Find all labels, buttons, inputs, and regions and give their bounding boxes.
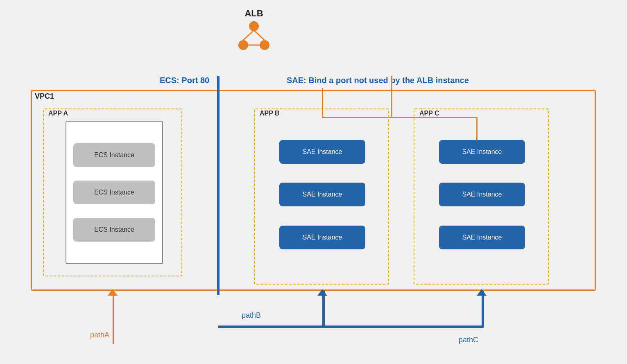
diagram-container: ALB ECS: Port 80 SAE: Bind a port not us… <box>0 0 627 364</box>
svg-point-2 <box>260 40 269 50</box>
path-c-horizontal <box>322 326 483 328</box>
path-b-vertical <box>322 291 325 328</box>
svg-line-4 <box>254 30 265 40</box>
sae-instance-b-3: SAE Instance <box>279 226 365 249</box>
svg-point-0 <box>249 21 259 31</box>
app-c-label: APP C <box>419 110 439 117</box>
svg-point-1 <box>238 40 248 50</box>
sae-instance-c-2: SAE Instance <box>439 183 525 206</box>
svg-line-3 <box>243 30 254 40</box>
sae-header-label: SAE: Bind a port not used by the ALB ins… <box>287 76 469 85</box>
sae-instance-c-1: SAE Instance <box>439 140 525 164</box>
path-b-label: pathB <box>242 311 261 320</box>
path-a-label: pathA <box>90 331 109 339</box>
path-c-vertical <box>482 291 484 328</box>
path-b-horizontal <box>218 326 324 328</box>
path-c-arrow <box>477 289 487 296</box>
ecs-instance-2: ECS Instance <box>73 181 155 204</box>
sae-instance-b-1: SAE Instance <box>279 140 365 164</box>
sae-tree-top-line <box>391 76 392 117</box>
sae-instance-b-2: SAE Instance <box>279 183 365 206</box>
ecs-vertical-divider <box>217 76 220 295</box>
path-c-label: pathC <box>459 336 478 344</box>
sae-instances-c: SAE Instance SAE Instance SAE Instance <box>439 121 525 268</box>
sae-instance-c-3: SAE Instance <box>439 226 525 249</box>
path-a-arrow <box>108 289 118 296</box>
ecs-header-label: ECS: Port 80 <box>160 76 209 85</box>
alb-label: ALB <box>244 8 263 19</box>
ecs-instance-3: ECS Instance <box>73 218 155 242</box>
app-a-label: APP A <box>48 110 68 117</box>
ecs-inner-box: ECS Instance ECS Instance ECS Instance <box>66 121 163 264</box>
path-a-line <box>113 291 114 344</box>
app-b-label: APP B <box>260 110 280 117</box>
alb-section: ALB <box>238 8 270 50</box>
ecs-instance-1: ECS Instance <box>73 143 155 167</box>
vpc-label: VPC1 <box>35 92 54 101</box>
alb-icon <box>238 21 270 50</box>
sae-instances-b: SAE Instance SAE Instance SAE Instance <box>279 121 365 268</box>
path-b-arrow <box>317 289 327 296</box>
